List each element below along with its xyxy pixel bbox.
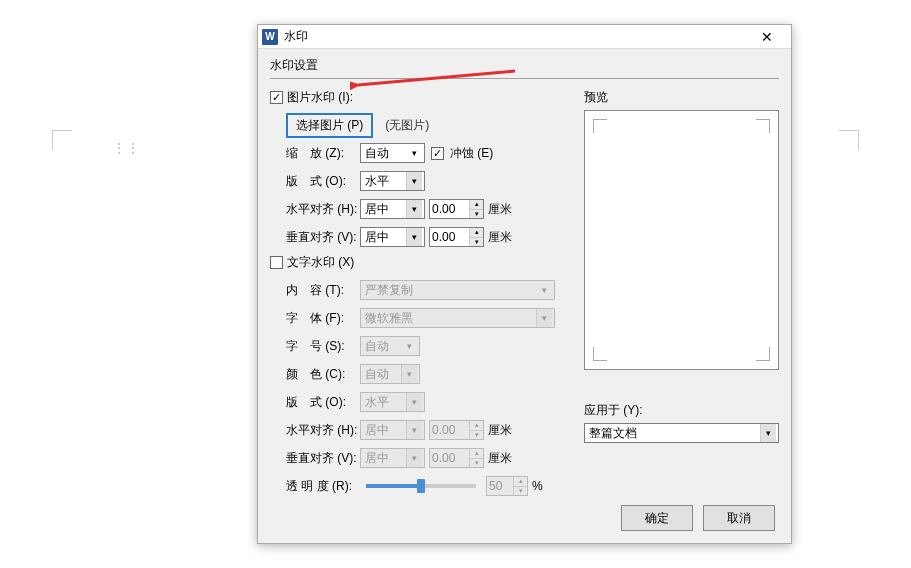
chevron-down-icon: ▾	[406, 393, 422, 411]
content-combo: 严禁复制▾	[360, 280, 555, 300]
text-valign-combo: 居中▾	[360, 448, 425, 468]
titlebar: W 水印 ✕	[258, 25, 791, 49]
chevron-down-icon: ▾	[536, 309, 552, 327]
halign-label: 水平对齐 (H):	[270, 201, 360, 218]
opacity-slider	[366, 484, 476, 488]
preview-corner-icon	[593, 119, 607, 133]
zoom-combo[interactable]: 自动▾	[360, 143, 425, 163]
preview-corner-icon	[756, 119, 770, 133]
color-label: 颜 色 (C):	[270, 366, 360, 383]
drag-grip-icon: ⋮⋮	[112, 140, 132, 160]
group-title: 水印设置	[270, 57, 779, 74]
valign-unit: 厘米	[488, 229, 512, 246]
erosion-checkbox[interactable]	[431, 147, 444, 160]
group-divider	[270, 78, 779, 79]
dialog-title: 水印	[284, 28, 747, 45]
text-layout-combo: 水平▾	[360, 392, 425, 412]
preview-corner-icon	[593, 347, 607, 361]
app-icon: W	[262, 29, 278, 45]
chevron-down-icon: ▾	[406, 449, 422, 467]
doc-page-corner	[52, 130, 72, 150]
erosion-label: 冲蚀 (E)	[450, 145, 493, 162]
opacity-unit: %	[532, 479, 543, 493]
text-valign-offset-spinner: 0.00▴▾	[429, 448, 484, 468]
spinner-arrows-icon: ▴▾	[469, 421, 483, 439]
spinner-arrows-icon: ▴▾	[469, 200, 483, 218]
text-halign-unit: 厘米	[488, 422, 512, 439]
spinner-arrows-icon: ▴▾	[469, 449, 483, 467]
chevron-down-icon: ▾	[406, 228, 422, 246]
chevron-down-icon: ▾	[760, 424, 776, 442]
apply-label: 应用于 (Y):	[584, 402, 779, 419]
text-valign-label: 垂直对齐 (V):	[270, 450, 360, 467]
ok-button[interactable]: 确定	[621, 505, 693, 531]
valign-label: 垂直对齐 (V):	[270, 229, 360, 246]
preview-box	[584, 110, 779, 370]
chevron-down-icon: ▾	[406, 172, 422, 190]
color-combo: 自动▾	[360, 364, 420, 384]
chevron-down-icon: ▾	[401, 337, 417, 355]
spinner-arrows-icon: ▴▾	[513, 477, 527, 495]
opacity-label: 透 明 度 (R):	[270, 478, 360, 495]
spinner-arrows-icon: ▴▾	[469, 228, 483, 246]
chevron-down-icon: ▾	[406, 144, 422, 162]
preview-label: 预览	[584, 89, 779, 106]
text-halign-label: 水平对齐 (H):	[270, 422, 360, 439]
chevron-down-icon: ▾	[406, 421, 422, 439]
text-halign-offset-spinner: 0.00▴▾	[429, 420, 484, 440]
font-label: 字 体 (F):	[270, 310, 360, 327]
layout-label: 版 式 (O):	[270, 173, 360, 190]
font-combo: 微软雅黑▾	[360, 308, 555, 328]
size-combo: 自动▾	[360, 336, 420, 356]
select-image-button[interactable]: 选择图片 (P)	[286, 113, 373, 138]
watermark-dialog: W 水印 ✕ 水印设置 图片水印 (I): 选择图片 (P) (无图片) 缩 放…	[257, 24, 792, 544]
opacity-spinner: 50▴▾	[486, 476, 528, 496]
doc-page-corner-r	[839, 130, 859, 150]
halign-unit: 厘米	[488, 201, 512, 218]
layout-combo[interactable]: 水平▾	[360, 171, 425, 191]
preview-corner-icon	[756, 347, 770, 361]
content-label: 内 容 (T):	[270, 282, 360, 299]
image-watermark-checkbox[interactable]	[270, 91, 283, 104]
image-watermark-label: 图片水印 (I):	[287, 89, 353, 106]
chevron-down-icon: ▾	[406, 200, 422, 218]
text-layout-label: 版 式 (O):	[270, 394, 360, 411]
text-watermark-label: 文字水印 (X)	[287, 254, 354, 271]
zoom-label: 缩 放 (Z):	[270, 145, 360, 162]
halign-combo[interactable]: 居中▾	[360, 199, 425, 219]
no-image-text: (无图片)	[385, 117, 429, 134]
cancel-button[interactable]: 取消	[703, 505, 775, 531]
apply-combo[interactable]: 整篇文档▾	[584, 423, 779, 443]
chevron-down-icon: ▾	[536, 281, 552, 299]
text-halign-combo: 居中▾	[360, 420, 425, 440]
text-valign-unit: 厘米	[488, 450, 512, 467]
size-label: 字 号 (S):	[270, 338, 360, 355]
halign-offset-spinner[interactable]: 0.00▴▾	[429, 199, 484, 219]
text-watermark-checkbox[interactable]	[270, 256, 283, 269]
valign-offset-spinner[interactable]: 0.00▴▾	[429, 227, 484, 247]
valign-combo[interactable]: 居中▾	[360, 227, 425, 247]
chevron-down-icon: ▾	[401, 365, 417, 383]
close-button[interactable]: ✕	[747, 27, 787, 47]
